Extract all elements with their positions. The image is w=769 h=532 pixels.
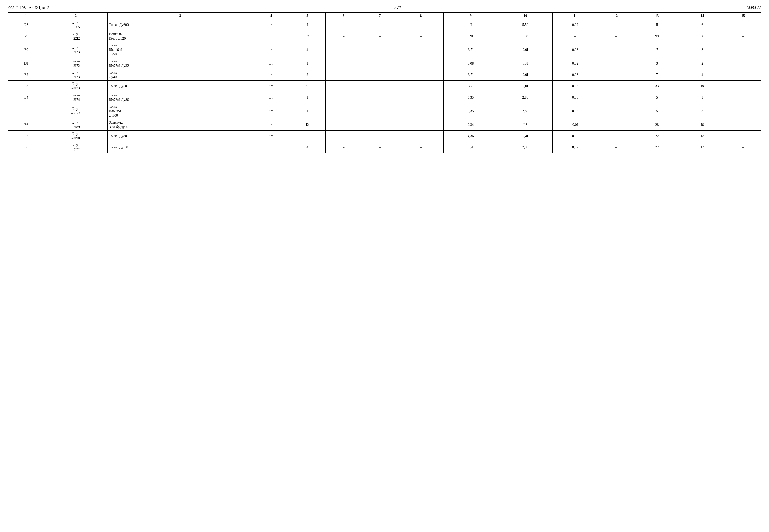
cell-10-8: –	[398, 130, 443, 142]
cell-7-12: –	[598, 92, 634, 103]
col-header-4: 4	[253, 13, 289, 19]
cell-8-14: 3	[680, 103, 725, 119]
cell-5-6: –	[325, 69, 362, 80]
cell-4-5: I	[289, 58, 325, 69]
cell-7-9: 5,35	[444, 92, 498, 103]
cell-11-3: То же, ДуI00	[107, 142, 253, 153]
cell-7-15: –	[725, 92, 761, 103]
cell-7-14: 3	[680, 92, 725, 103]
table-row: I34I2–у– –2I74То же, I5ч76пI Ду80шт.I–––…	[8, 92, 761, 103]
cell-7-11: 0,08	[552, 92, 598, 103]
cell-3-7: –	[362, 42, 398, 58]
col-header-9: 9	[444, 13, 498, 19]
cell-3-8: –	[398, 42, 443, 58]
cell-4-12: –	[598, 58, 634, 69]
cell-11-15: –	[725, 142, 761, 153]
cell-9-4: шт.	[253, 119, 289, 130]
col-header-2: 2	[44, 13, 108, 19]
cell-4-14: 2	[680, 58, 725, 69]
cell-5-13: 7	[634, 69, 680, 80]
cell-9-8: –	[398, 119, 443, 130]
col-header-13: 13	[634, 13, 680, 19]
cell-8-2: I2–у– – 2I74	[44, 103, 108, 119]
cell-7-13: 5	[634, 92, 680, 103]
cell-10-14: I2	[680, 130, 725, 142]
cell-3-12: –	[598, 42, 634, 58]
cell-4-9: 3,08	[444, 58, 498, 69]
cell-6-10: 2,0I	[498, 81, 552, 92]
cell-8-13: 5	[634, 103, 680, 119]
cell-4-3: То же, I5ч75пI Ду32	[107, 58, 253, 69]
cell-9-12: –	[598, 119, 634, 130]
cell-5-8: –	[398, 69, 443, 80]
cell-8-15: –	[725, 103, 761, 119]
table-row: I29I2–у– –22I2Вентиль I5ч8р Ду20шт.52–––…	[8, 31, 761, 42]
cell-4-4: шт.	[253, 58, 289, 69]
column-header-row: 1 2 3 4 5 6 7 8 9 10 11 12 13 14 15	[8, 13, 761, 19]
cell-10-1: I37	[8, 130, 44, 142]
cell-5-15: –	[725, 69, 761, 80]
cell-6-1: I33	[8, 81, 44, 92]
col-header-14: 14	[680, 13, 725, 19]
cell-8-1: I35	[8, 103, 44, 119]
cell-1-8: –	[398, 19, 443, 31]
cell-3-9: 3,7I	[444, 42, 498, 58]
cell-4-2: I2–у– –2I72	[44, 58, 108, 69]
cell-3-4: шт.	[253, 42, 289, 58]
cell-10-2: I2–у– –2I90	[44, 130, 108, 142]
cell-11-9: 5,4	[444, 142, 498, 153]
cell-1-13: II	[634, 19, 680, 31]
header-left: '903–I–198 . Ал.I2.I, кн.3	[8, 6, 49, 10]
table-row: I3II2–у– –2I72То же, I5ч75пI Ду32шт.I–––…	[8, 58, 761, 69]
cell-3-5: 4	[289, 42, 325, 58]
cell-1-5: I	[289, 19, 325, 31]
cell-4-13: 3	[634, 58, 680, 69]
table-row: I37I2–у– –2I90То же, Ду80шт.5–––4,362,4I…	[8, 130, 761, 142]
cell-11-6: –	[325, 142, 362, 153]
col-header-7: 7	[362, 13, 398, 19]
table-row: I38I2–у– –2I9IТо же, ДуI00шт.4–––5,42,96…	[8, 142, 761, 153]
cell-6-13: 33	[634, 81, 680, 92]
cell-2-1: I29	[8, 31, 44, 42]
cell-3-14: 8	[680, 42, 725, 58]
cell-10-13: 22	[634, 130, 680, 142]
cell-5-3: То же, Ду40	[107, 69, 253, 80]
cell-3-6: –	[325, 42, 362, 58]
cell-6-11: 0,03	[552, 81, 598, 92]
cell-3-11: 0,03	[552, 42, 598, 58]
cell-1-11: 0,02	[552, 19, 598, 31]
cell-4-10: I,68	[498, 58, 552, 69]
cell-11-8: –	[398, 142, 443, 153]
cell-4-11: 0,02	[552, 58, 598, 69]
cell-10-6: –	[325, 130, 362, 142]
cell-1-7: –	[362, 19, 398, 31]
cell-2-12: –	[598, 31, 634, 42]
cell-5-12: –	[598, 69, 634, 80]
cell-6-14: I8	[680, 81, 725, 92]
cell-8-5: I	[289, 103, 325, 119]
cell-7-8: –	[398, 92, 443, 103]
cell-10-11: 0,02	[552, 130, 598, 142]
cell-2-15: –	[725, 31, 761, 42]
cell-1-12: –	[598, 19, 634, 31]
cell-5-2: I2–у– –2I73	[44, 69, 108, 80]
cell-9-5: I2	[289, 119, 325, 130]
cell-4-7: –	[362, 58, 398, 69]
cell-8-11: 0,08	[552, 103, 598, 119]
cell-8-4: шт.	[253, 103, 289, 119]
cell-7-7: –	[362, 92, 398, 103]
cell-10-12: –	[598, 130, 634, 142]
cell-7-5: I	[289, 92, 325, 103]
cell-10-7: –	[362, 130, 398, 142]
cell-8-8: –	[398, 103, 443, 119]
col-header-10: 10	[498, 13, 552, 19]
cell-8-6: –	[325, 103, 362, 119]
cell-7-2: I2–у– –2I74	[44, 92, 108, 103]
cell-2-9: I,9I	[444, 31, 498, 42]
cell-2-6: –	[325, 31, 362, 42]
cell-3-13: I5	[634, 42, 680, 58]
cell-1-3: То же, Ду600	[107, 19, 253, 31]
cell-5-11: 0,03	[552, 69, 598, 80]
col-header-1: 1	[8, 13, 44, 19]
cell-8-12: –	[598, 103, 634, 119]
